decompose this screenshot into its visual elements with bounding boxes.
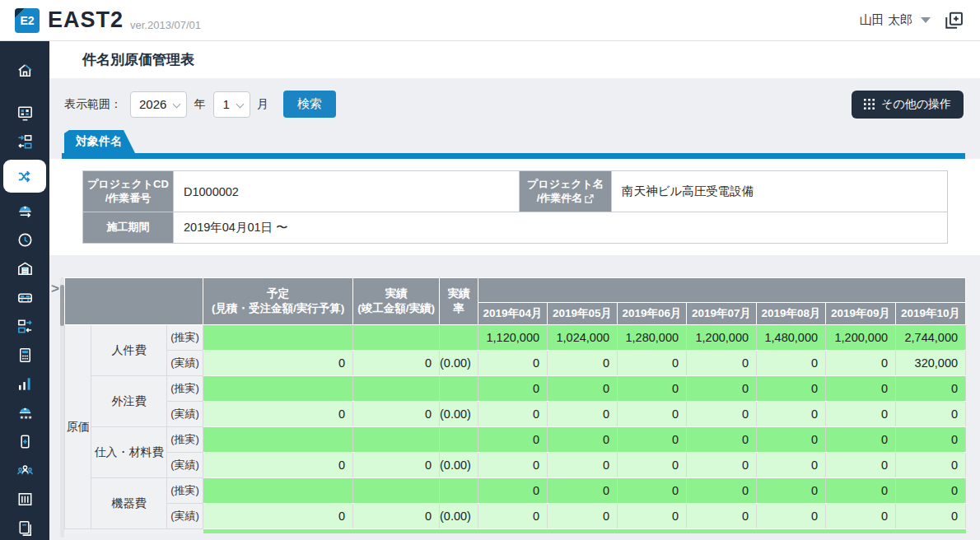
sidebar-item-transfer[interactable] xyxy=(3,128,46,156)
cell-month: 0 xyxy=(548,478,618,504)
helmet-team-icon: ★★★ xyxy=(16,403,35,422)
sidebar-item-ledger[interactable] xyxy=(3,514,46,540)
sidebar-item-home[interactable] xyxy=(3,56,46,84)
project-code-label-line2: /作業番号 xyxy=(83,192,173,205)
main-content: 件名別原価管理表 表示範囲： 2026 年 1 月 検索 その他の操作 対象件名… xyxy=(49,41,980,540)
sidebar-item-car[interactable] xyxy=(3,283,46,311)
month-unit-label: 月 xyxy=(257,97,268,112)
cell-month: 0 xyxy=(618,478,687,504)
project-info-table: プロジェクトCD /作業番号 D1000002 プロジェクト名 /作業件名 南天… xyxy=(82,170,948,244)
cell-month: 0 xyxy=(687,478,757,504)
display-range-label: 表示範囲： xyxy=(64,97,122,112)
sidebar-item-dashboard[interactable] xyxy=(3,99,46,127)
sidebar-item-export[interactable] xyxy=(3,312,46,340)
sidebar-item-org-group[interactable] xyxy=(3,456,46,484)
table-row: (実績) 0 0 (0.00) 0 0 0 0 0 0 0 xyxy=(65,504,966,529)
cell-month: 0 xyxy=(618,504,687,529)
tab-label: 対象件名 xyxy=(76,134,122,149)
sidebar-nav: ★★★ xyxy=(0,41,49,540)
cell-plan: 0 xyxy=(203,402,353,427)
table-scrollbar xyxy=(60,277,64,538)
cell-month: 0 xyxy=(478,427,548,453)
clock-icon xyxy=(16,230,35,249)
project-name-label-text: /作業件名 xyxy=(537,192,583,204)
table-row: 原価 人件費 (推実) 1,120,000 1,024,000 1,280,00… xyxy=(65,325,966,351)
cell-month: 0 xyxy=(618,351,687,376)
header-month: 2019年10月 xyxy=(896,303,966,325)
year-unit-label: 年 xyxy=(194,97,205,112)
header-month: 2019年09月 xyxy=(826,303,896,325)
header-month: 2019年08月 xyxy=(757,303,826,325)
cell-month: 0 xyxy=(548,453,618,478)
table-row-partial xyxy=(65,529,966,533)
bar-chart-icon xyxy=(16,375,35,393)
sidebar-item-helmet-team[interactable]: ★★★ xyxy=(3,398,46,426)
more-actions-button[interactable]: その他の操作 xyxy=(852,91,964,119)
header-actual: 実績 (竣工金額/実績) xyxy=(353,278,440,325)
cell-month: 0 xyxy=(478,376,548,402)
new-window-icon[interactable] xyxy=(942,9,965,32)
construction-period-value: 2019年04月01日 〜 xyxy=(174,212,948,244)
user-menu[interactable]: 山田 太郎 xyxy=(860,12,912,28)
cell-month: 0 xyxy=(548,351,618,376)
year-select[interactable]: 2026 xyxy=(130,91,187,118)
cost-table-area: > 予定 (見積・受注金額/実行予算) 実績 (竣工金額/実績) 実績率 xyxy=(49,277,980,540)
search-button[interactable]: 検索 xyxy=(283,91,336,118)
cell-month: 0 xyxy=(687,376,757,402)
month-select[interactable]: 1 xyxy=(213,91,250,118)
cell-month: 1,200,000 xyxy=(826,325,896,351)
category-cell: 機器費 xyxy=(91,478,167,529)
cell-month: 0 xyxy=(896,427,966,453)
cell-month: 0 xyxy=(826,504,896,529)
cell-month: 1,200,000 xyxy=(687,325,757,351)
row-type-cell: (推実) xyxy=(167,325,203,351)
cell-rate xyxy=(440,427,478,453)
cell-month: 0 xyxy=(687,351,757,376)
sidebar-item-calculator[interactable] xyxy=(3,341,46,369)
cell-actual xyxy=(353,376,440,402)
project-code-label: プロジェクトCD /作業番号 xyxy=(83,171,174,212)
cell-month: 320,000 xyxy=(896,351,966,376)
calculator-icon xyxy=(16,346,35,365)
year-value: 2026 xyxy=(139,97,166,111)
archive-icon xyxy=(16,490,35,509)
app-logo[interactable]: E2 xyxy=(15,8,40,33)
stars-glyph: ★★★ xyxy=(19,415,31,420)
sidebar-item-clock[interactable] xyxy=(3,226,46,254)
sidebar-item-archive[interactable] xyxy=(3,485,46,513)
cell-month: 0 xyxy=(826,453,896,478)
sidebar-item-warehouse[interactable] xyxy=(3,254,46,282)
chevron-down-icon[interactable] xyxy=(921,17,931,23)
cell-rate: (0.00) xyxy=(440,402,478,427)
sidebar-item-cost-management[interactable] xyxy=(3,160,46,193)
logo-text: E2 xyxy=(20,14,34,27)
header-actual-line1: 実績 xyxy=(356,286,436,301)
tab-target-subject[interactable]: 対象件名 xyxy=(64,130,135,153)
project-name-value: 南天神ビル高圧受電設備 xyxy=(612,171,948,212)
header-month: 2019年06月 xyxy=(618,303,687,325)
header-blank-cell xyxy=(65,278,203,325)
cell-month: 1,024,000 xyxy=(548,325,618,351)
warehouse-icon xyxy=(16,259,35,278)
cell-plan xyxy=(203,376,353,402)
panel-expand-chevron[interactable]: > xyxy=(49,281,61,297)
external-link-icon[interactable] xyxy=(585,194,594,203)
cell-month: 1,120,000 xyxy=(478,325,548,351)
cell-plan: 0 xyxy=(203,453,353,478)
table-row: (実績) 0 0 (0.00) 0 0 0 0 0 0 0 xyxy=(65,453,966,478)
sidebar-item-device-plus[interactable] xyxy=(3,427,46,455)
scrollbar-thumb[interactable] xyxy=(60,285,64,326)
cell-month: 0 xyxy=(548,427,618,453)
project-name-label: プロジェクト名 /作業件名 xyxy=(520,171,612,212)
sidebar-item-reports[interactable] xyxy=(3,370,46,398)
more-actions-label: その他の操作 xyxy=(881,97,951,112)
filter-row: 表示範囲： 2026 年 1 月 検索 その他の操作 xyxy=(49,78,980,130)
ledger-icon xyxy=(16,519,35,538)
sidebar-item-helmet-arrow[interactable] xyxy=(3,197,46,225)
brand-title: EAST2 xyxy=(48,7,124,33)
cell-month: 0 xyxy=(896,504,966,529)
header-plan-line1: 予定 xyxy=(206,286,350,301)
category-cell: 仕入・材料費 xyxy=(91,427,167,478)
row-type-cell: (実績) xyxy=(167,453,203,478)
cell-month: 0 xyxy=(826,427,896,453)
